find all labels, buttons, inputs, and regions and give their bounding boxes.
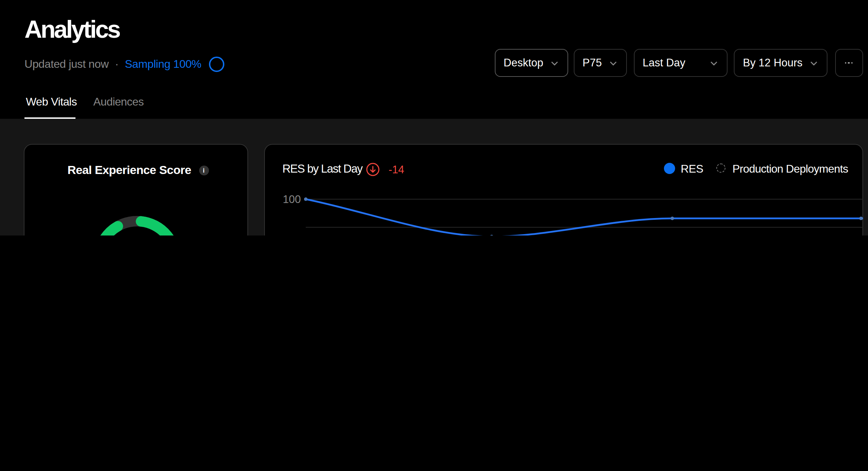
svg-text:100: 100: [283, 193, 301, 205]
